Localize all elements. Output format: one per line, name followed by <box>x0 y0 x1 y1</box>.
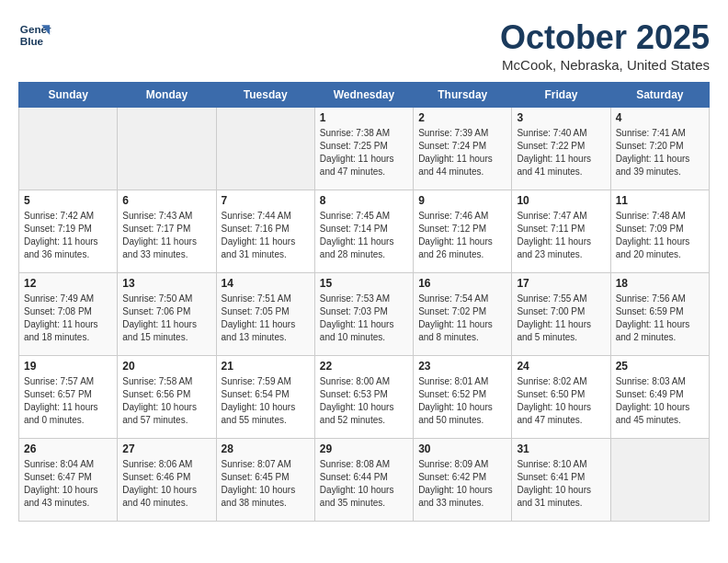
calendar-title: October 2025 <box>500 18 710 57</box>
cell-content: Sunrise: 7:39 AM <box>418 127 506 140</box>
calendar-cell: 20Sunrise: 7:58 AMSunset: 6:56 PMDayligh… <box>118 356 216 439</box>
day-number: 17 <box>517 277 605 290</box>
weekday-header-wednesday: Wednesday <box>314 83 413 108</box>
day-number: 16 <box>418 277 506 290</box>
calendar-cell: 3Sunrise: 7:40 AMSunset: 7:22 PMDaylight… <box>512 108 610 190</box>
calendar-cell: 26Sunrise: 8:04 AMSunset: 6:47 PMDayligh… <box>19 439 118 522</box>
week-row-2: 5Sunrise: 7:42 AMSunset: 7:19 PMDaylight… <box>19 190 710 273</box>
day-number: 18 <box>616 277 704 290</box>
cell-content: Daylight: 11 hours and 2 minutes. <box>616 318 704 344</box>
cell-content: Daylight: 11 hours and 13 minutes. <box>222 318 310 344</box>
cell-content: Daylight: 11 hours and 41 minutes. <box>517 153 605 178</box>
cell-content: Sunrise: 7:57 AM <box>24 375 112 388</box>
day-number: 7 <box>222 194 310 207</box>
cell-content: Daylight: 11 hours and 28 minutes. <box>320 236 408 261</box>
cell-content: Daylight: 11 hours and 47 minutes. <box>320 153 408 178</box>
calendar-cell: 7Sunrise: 7:44 AMSunset: 7:16 PMDaylight… <box>216 190 314 273</box>
cell-content: Daylight: 10 hours and 45 minutes. <box>616 401 704 427</box>
cell-content: Sunrise: 8:07 AM <box>222 458 310 471</box>
day-number: 26 <box>24 442 112 455</box>
cell-content: Sunrise: 8:10 AM <box>517 458 605 471</box>
cell-content: Sunset: 6:41 PM <box>517 471 605 484</box>
day-number: 23 <box>418 360 506 373</box>
cell-content: Daylight: 10 hours and 31 minutes. <box>517 484 605 510</box>
cell-content: Sunset: 7:03 PM <box>320 305 408 318</box>
calendar-cell: 14Sunrise: 7:51 AMSunset: 7:05 PMDayligh… <box>216 273 314 356</box>
cell-content: Sunset: 7:02 PM <box>418 305 506 318</box>
day-number: 10 <box>517 194 605 207</box>
cell-content: Sunset: 7:06 PM <box>122 305 210 318</box>
cell-content: Sunrise: 8:02 AM <box>517 375 605 388</box>
weekday-header-thursday: Thursday <box>414 83 512 108</box>
calendar-cell: 29Sunrise: 8:08 AMSunset: 6:44 PMDayligh… <box>314 439 413 522</box>
cell-content: Sunset: 6:53 PM <box>320 388 408 401</box>
day-number: 8 <box>320 194 408 207</box>
cell-content: Sunset: 6:49 PM <box>616 388 704 401</box>
cell-content: Sunrise: 7:43 AM <box>122 210 210 223</box>
calendar-cell: 5Sunrise: 7:42 AMSunset: 7:19 PMDaylight… <box>19 190 118 273</box>
day-number: 19 <box>24 360 112 373</box>
cell-content: Sunset: 6:56 PM <box>122 388 210 401</box>
cell-content: Daylight: 10 hours and 43 minutes. <box>24 484 112 510</box>
cell-content: Sunset: 6:46 PM <box>122 471 210 484</box>
cell-content: Sunrise: 7:40 AM <box>517 127 605 140</box>
cell-content: Sunrise: 7:46 AM <box>418 210 506 223</box>
cell-content: Sunset: 7:09 PM <box>616 223 704 236</box>
day-number: 30 <box>418 442 506 455</box>
day-number: 15 <box>320 277 408 290</box>
cell-content: Sunset: 6:44 PM <box>320 471 408 484</box>
calendar-cell: 11Sunrise: 7:48 AMSunset: 7:09 PMDayligh… <box>610 190 709 273</box>
cell-content: Daylight: 10 hours and 50 minutes. <box>418 401 506 427</box>
day-number: 3 <box>517 111 605 124</box>
cell-content: Sunset: 6:57 PM <box>24 388 112 401</box>
day-number: 22 <box>320 360 408 373</box>
cell-content: Sunset: 7:08 PM <box>24 305 112 318</box>
calendar-cell: 28Sunrise: 8:07 AMSunset: 6:45 PMDayligh… <box>216 439 314 522</box>
cell-content: Daylight: 11 hours and 5 minutes. <box>517 318 605 344</box>
calendar-table: SundayMondayTuesdayWednesdayThursdayFrid… <box>18 82 710 522</box>
cell-content: Daylight: 10 hours and 38 minutes. <box>222 484 310 510</box>
cell-content: Sunset: 7:19 PM <box>24 223 112 236</box>
day-number: 25 <box>616 360 704 373</box>
day-number: 29 <box>320 442 408 455</box>
calendar-cell: 24Sunrise: 8:02 AMSunset: 6:50 PMDayligh… <box>512 356 610 439</box>
week-row-5: 26Sunrise: 8:04 AMSunset: 6:47 PMDayligh… <box>19 439 710 522</box>
cell-content: Sunrise: 7:58 AM <box>122 375 210 388</box>
cell-content: Daylight: 11 hours and 26 minutes. <box>418 236 506 261</box>
cell-content: Sunset: 7:22 PM <box>517 140 605 153</box>
calendar-cell <box>19 108 118 190</box>
cell-content: Daylight: 10 hours and 33 minutes. <box>418 484 506 510</box>
svg-text:Blue: Blue <box>20 35 44 47</box>
day-number: 4 <box>616 111 704 124</box>
day-number: 12 <box>24 277 112 290</box>
day-number: 24 <box>517 360 605 373</box>
cell-content: Daylight: 11 hours and 18 minutes. <box>24 318 112 344</box>
calendar-cell <box>118 108 216 190</box>
day-number: 9 <box>418 194 506 207</box>
cell-content: Sunset: 7:11 PM <box>517 223 605 236</box>
cell-content: Sunrise: 8:08 AM <box>320 458 408 471</box>
cell-content: Sunrise: 7:55 AM <box>517 293 605 305</box>
day-number: 28 <box>222 442 310 455</box>
calendar-subtitle: McCook, Nebraska, United States <box>500 57 710 73</box>
cell-content: Sunset: 6:59 PM <box>616 305 704 318</box>
cell-content: Sunrise: 7:56 AM <box>616 293 704 305</box>
calendar-cell: 18Sunrise: 7:56 AMSunset: 6:59 PMDayligh… <box>610 273 709 356</box>
cell-content: Daylight: 11 hours and 0 minutes. <box>24 401 112 427</box>
calendar-cell: 15Sunrise: 7:53 AMSunset: 7:03 PMDayligh… <box>314 273 413 356</box>
cell-content: Daylight: 11 hours and 36 minutes. <box>24 236 112 261</box>
cell-content: Sunrise: 7:49 AM <box>24 293 112 305</box>
day-number: 14 <box>222 277 310 290</box>
cell-content: Daylight: 10 hours and 57 minutes. <box>122 401 210 427</box>
cell-content: Sunset: 6:52 PM <box>418 388 506 401</box>
day-number: 6 <box>122 194 210 207</box>
cell-content: Daylight: 11 hours and 10 minutes. <box>320 318 408 344</box>
day-number: 1 <box>320 111 408 124</box>
logo-icon: General Blue <box>18 18 51 52</box>
week-row-3: 12Sunrise: 7:49 AMSunset: 7:08 PMDayligh… <box>19 273 710 356</box>
cell-content: Sunset: 7:16 PM <box>222 223 310 236</box>
cell-content: Daylight: 10 hours and 47 minutes. <box>517 401 605 427</box>
calendar-cell: 6Sunrise: 7:43 AMSunset: 7:17 PMDaylight… <box>118 190 216 273</box>
cell-content: Sunrise: 7:54 AM <box>418 293 506 305</box>
calendar-cell: 2Sunrise: 7:39 AMSunset: 7:24 PMDaylight… <box>414 108 512 190</box>
